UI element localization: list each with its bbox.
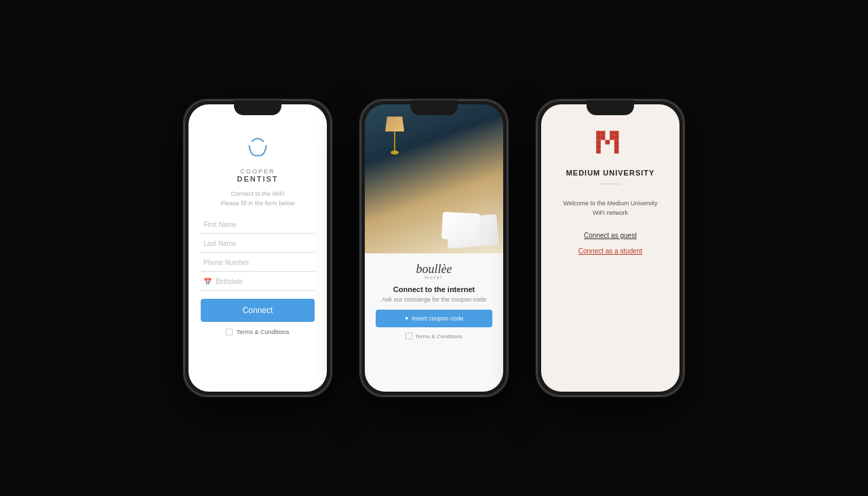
first-name-input[interactable]: [201, 216, 315, 234]
birthdate-placeholder: Birthdate: [216, 278, 243, 285]
svg-rect-14: [610, 131, 614, 136]
hotel-terms-row: Terms & Conditions: [406, 333, 462, 339]
svg-rect-4: [596, 149, 601, 154]
svg-rect-2: [596, 140, 601, 145]
university-logo-icon: [593, 128, 627, 162]
terms-label: Terms & Conditions: [236, 329, 289, 335]
dentist-logo-icon: [241, 130, 275, 164]
university-title: MEDIUM UNIVERSITY: [566, 169, 655, 177]
lamp-shade-decoration: [385, 117, 404, 131]
svg-rect-13: [601, 131, 606, 136]
coupon-button[interactable]: ✦ Insert coupon code: [376, 310, 492, 327]
connect-as-guest-link[interactable]: Connect as guest: [584, 232, 637, 239]
svg-rect-5: [601, 136, 606, 140]
phone-boullée-hotel: boullèe Hotel Connect to the internet As…: [359, 99, 509, 397]
hotel-terms-label: Terms & Conditions: [415, 333, 462, 339]
svg-rect-8: [614, 131, 619, 136]
svg-rect-11: [614, 144, 619, 149]
svg-rect-9: [614, 136, 619, 140]
hotel-terms-checkbox[interactable]: [406, 333, 412, 339]
svg-rect-12: [614, 149, 619, 154]
phone-notch: [234, 100, 281, 115]
svg-rect-7: [610, 136, 614, 140]
calendar-icon: 📅: [203, 278, 212, 285]
svg-rect-0: [596, 131, 601, 136]
brand-bottom: DENTIST: [237, 175, 278, 183]
hotel-connect-sub: Ask our concierge for the coupon code: [382, 296, 486, 303]
lamp-base-decoration: [391, 150, 399, 154]
connect-as-student-link[interactable]: Connect as a student: [578, 247, 643, 255]
svg-rect-3: [596, 144, 601, 149]
hotel-card: boullèe Hotel Connect to the internet As…: [365, 253, 503, 392]
hotel-logo-sub: Hotel: [425, 275, 443, 280]
phone2-screen: boullèe Hotel Connect to the internet As…: [365, 104, 503, 392]
birthdate-row[interactable]: 📅 Birthdate: [201, 273, 315, 291]
lamp-stem-decoration: [394, 131, 395, 152]
phone-notch: [587, 100, 634, 115]
phone1-screen: COOPER DENTIST Connect to the WiFi Pleas…: [189, 104, 327, 392]
wifi-subtitle: Connect to the WiFi Please fill in the f…: [220, 190, 295, 208]
welcome-text: Welcome to the Medium University WiFi ne…: [564, 199, 658, 218]
connect-button[interactable]: Connect: [201, 299, 315, 322]
phone-cooper-dentist: COOPER DENTIST Connect to the WiFi Pleas…: [183, 99, 332, 397]
phone-input[interactable]: [201, 254, 315, 272]
phone-notch: [410, 100, 458, 115]
terms-row: Terms & Conditions: [226, 329, 289, 335]
last-name-input[interactable]: [201, 235, 315, 253]
hotel-logo-script: boullèe: [416, 263, 452, 275]
terms-checkbox[interactable]: [226, 329, 233, 335]
svg-rect-10: [614, 140, 619, 145]
hotel-connect-title: Connect to the internet: [393, 285, 475, 293]
brand-top: COOPER: [240, 168, 275, 175]
svg-rect-1: [596, 136, 601, 140]
title-divider: [600, 184, 620, 184]
phone3-screen: MEDIUM UNIVERSITY Welcome to the Medium …: [541, 104, 679, 392]
pillow-decoration-2: [441, 212, 480, 241]
hotel-hero-image: [365, 104, 503, 253]
svg-rect-6: [606, 140, 610, 145]
phone-medium-university: MEDIUM UNIVERSITY Welcome to the Medium …: [536, 99, 685, 397]
